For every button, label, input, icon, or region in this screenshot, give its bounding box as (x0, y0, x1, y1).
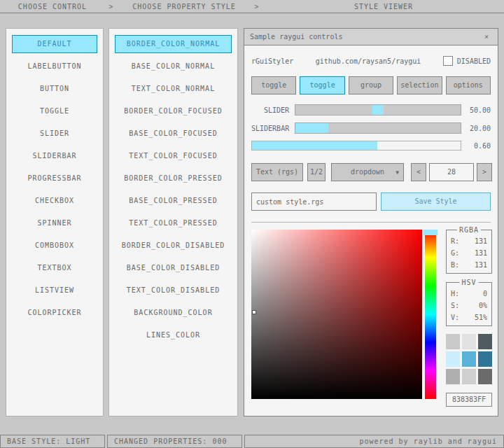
progress-value: 0.60 (461, 142, 491, 150)
control-item-colorpicker[interactable]: COLORPICKER (12, 304, 97, 322)
toggle-button-1[interactable]: toggle (251, 76, 296, 94)
base-style-status: BASE STYLE: LIGHT (0, 435, 105, 448)
hue-slider-handle[interactable] (424, 230, 438, 235)
spinner-increment-button[interactable]: > (477, 163, 492, 181)
window-titlebar: Sample raygui controls × (244, 29, 498, 46)
control-item-button[interactable]: BUTTON (12, 80, 97, 98)
half-button[interactable]: 1/2 (307, 163, 326, 181)
toggle-button-2[interactable]: toggle (300, 76, 344, 94)
app-name-label: rGuiStyler (251, 57, 293, 65)
control-item-sliderbar[interactable]: SLIDERBAR (12, 147, 97, 165)
b-value: 131 (475, 260, 487, 272)
text-rgs-button[interactable]: Text (rgs) (251, 163, 303, 181)
sliderbar[interactable] (295, 122, 461, 134)
control-item-spinner[interactable]: SPINNER (12, 214, 97, 232)
color-swatch[interactable] (478, 334, 492, 349)
control-item-combobox[interactable]: COMBOBOX (12, 237, 97, 255)
property-item[interactable]: TEXT_COLOR_PRESSED (115, 214, 232, 232)
properties-list-panel: BORDER_COLOR_NORMAL BASE_COLOR_NORMAL TE… (108, 28, 238, 416)
chevron-right-icon: > (251, 3, 263, 10)
close-icon[interactable]: × (481, 33, 492, 41)
filename-input[interactable] (251, 192, 377, 211)
color-swatch[interactable] (478, 351, 492, 367)
checkbox-icon[interactable] (443, 56, 453, 66)
slider[interactable] (295, 104, 461, 115)
control-item-toggle[interactable]: TOGGLE (12, 102, 97, 120)
window-title: Sample raygui controls (250, 33, 342, 41)
disabled-checkbox-label: DISABLED (457, 57, 491, 65)
breadcrumb: CHOOSE CONTROL > CHOOSE PROPERTY STYLE >… (0, 0, 504, 13)
sliderbar-label: SLIDERBAR (251, 125, 295, 132)
h-label: H: (451, 288, 459, 300)
control-item-listview[interactable]: LISTVIEW (12, 281, 97, 300)
h-value: 0 (483, 288, 487, 300)
property-item[interactable]: BORDER_COLOR_PRESSED (115, 169, 232, 188)
dropdown-label: dropdown (351, 168, 384, 176)
property-item[interactable]: BORDER_COLOR_NORMAL (115, 35, 232, 53)
color-swatch[interactable] (478, 369, 492, 384)
rgba-row-g: G: 131 (451, 248, 487, 260)
rgba-group-box: RGBA R: 131 G: 131 B: 131 (446, 230, 492, 274)
color-picker-cursor[interactable] (252, 310, 256, 314)
hsv-row-v: V: 51% (451, 312, 487, 324)
control-item-default[interactable]: DEFAULT (12, 35, 97, 53)
save-style-button[interactable]: Save Style (381, 192, 491, 211)
property-item[interactable]: BASE_COLOR_FOCUSED (115, 125, 232, 143)
control-item-slider[interactable]: SLIDER (12, 125, 97, 143)
property-item[interactable]: BORDER_COLOR_FOCUSED (115, 102, 232, 120)
property-item[interactable]: LINES_COLOR (115, 326, 232, 344)
hue-slider[interactable] (425, 230, 436, 399)
slider-handle[interactable] (372, 105, 384, 115)
color-swatch[interactable] (462, 351, 476, 367)
color-swatch[interactable] (462, 334, 476, 349)
control-item-progressbar[interactable]: PROGRESSBAR (12, 169, 97, 188)
rgba-group-title: RGBA (457, 226, 481, 234)
property-item[interactable]: BASE_COLOR_DISABLED (115, 259, 232, 277)
control-item-checkbox[interactable]: CHECKBOX (12, 192, 97, 210)
r-value: 131 (475, 236, 487, 248)
dropdown-select[interactable]: dropdown ▼ (331, 163, 404, 181)
repo-link-label: github.com/raysan5/raygui (316, 57, 421, 65)
property-item[interactable]: BORDER_COLOR_DISABLED (115, 237, 232, 255)
g-value: 131 (475, 248, 487, 260)
sliderbar-fill (295, 123, 328, 133)
hsv-group-box: HSV H: 0 S: 0% V: 51% (446, 282, 492, 326)
chevron-down-icon: ▼ (396, 164, 399, 182)
spinner-value[interactable]: 28 (429, 163, 474, 181)
controls-list-panel: DEFAULT LABELBUTTON BUTTON TOGGLE SLIDER… (6, 28, 104, 416)
toggle-button-group[interactable]: group (349, 76, 393, 94)
rgba-row-b: B: 131 (451, 260, 487, 272)
property-item[interactable]: TEXT_COLOR_DISABLED (115, 281, 232, 300)
style-viewer-window: Sample raygui controls × rGuiStyler gith… (244, 28, 498, 416)
rgba-row-r: R: 131 (451, 236, 487, 248)
property-item[interactable]: BASE_COLOR_NORMAL (115, 57, 232, 76)
disabled-checkbox[interactable]: DISABLED (443, 56, 491, 66)
toggle-button-selection[interactable]: selection (397, 76, 442, 94)
changed-properties-status: CHANGED PROPERTIES: 000 (107, 435, 242, 448)
hex-color-value[interactable]: 838383FF (446, 393, 492, 407)
spinner-decrement-button[interactable]: < (411, 163, 426, 181)
divider (251, 222, 491, 223)
color-swatch[interactable] (462, 369, 476, 384)
property-item[interactable]: TEXT_COLOR_FOCUSED (115, 147, 232, 165)
powered-by-status: powered by raylib and raygui (244, 435, 504, 448)
sliderbar-value: 20.00 (461, 125, 491, 132)
s-value: 0% (479, 300, 487, 312)
breadcrumb-choose-property-style: CHOOSE PROPERTY STYLE (118, 3, 251, 10)
control-item-labelbutton[interactable]: LABELBUTTON (12, 57, 97, 76)
property-item[interactable]: TEXT_COLOR_NORMAL (115, 80, 232, 98)
toggle-button-options[interactable]: options (446, 76, 491, 94)
s-label: S: (451, 300, 459, 312)
r-label: R: (451, 236, 459, 248)
property-item[interactable]: BACKGROUND_COLOR (115, 304, 232, 322)
v-label: V: (451, 312, 459, 324)
control-item-textbox[interactable]: TEXTBOX (12, 259, 97, 277)
style-color-swatches (446, 334, 492, 384)
hsv-group-title: HSV (459, 279, 478, 286)
color-swatch[interactable] (446, 351, 460, 367)
slider-value: 50.00 (461, 106, 491, 114)
color-saturation-value-square[interactable] (251, 230, 422, 399)
color-swatch[interactable] (446, 334, 460, 349)
color-swatch[interactable] (446, 369, 460, 384)
property-item[interactable]: BASE_COLOR_PRESSED (115, 192, 232, 210)
